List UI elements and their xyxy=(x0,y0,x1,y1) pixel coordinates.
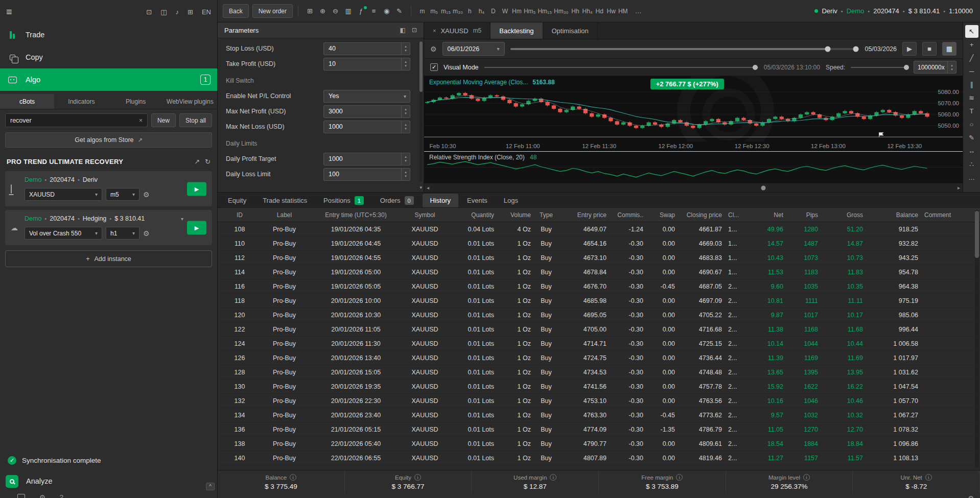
column-header-pips[interactable]: Pips xyxy=(783,211,818,219)
windows-layout-icon[interactable]: ◫ xyxy=(160,8,167,16)
timeframe-btn-14[interactable]: Hd xyxy=(594,5,605,18)
table-row[interactable]: 122Pro-Buy20/01/2026 11:05XAUUSD0.01 Lot… xyxy=(222,322,980,337)
symbol-select[interactable]: Vol over Crash 550 ▾ xyxy=(25,227,102,240)
info-icon[interactable]: i xyxy=(290,474,296,481)
timeframe-btn-9[interactable]: Hm₅ xyxy=(523,5,537,18)
scroll-right-icon[interactable]: ▸ xyxy=(958,185,960,191)
progress-handle[interactable] xyxy=(753,65,758,70)
zoom-in-icon[interactable]: ⊕ xyxy=(316,5,329,18)
sound-icon[interactable]: ♪ xyxy=(176,8,179,16)
parameters-scrollbar[interactable] xyxy=(419,41,423,182)
stepper-up-icon[interactable]: ▴ xyxy=(405,44,407,49)
new-order-button[interactable]: New order xyxy=(252,4,293,18)
bot-instance-card[interactable]: ☁ Demo • 2020474 • Hedging • $ 3 810.41 … xyxy=(5,210,212,245)
stepper-buttons[interactable]: ▴▾ xyxy=(401,169,410,180)
playback-progress-slider[interactable] xyxy=(484,62,758,73)
stepper-up-icon[interactable]: ▴ xyxy=(405,123,407,127)
stop-backtest-button[interactable]: ■ xyxy=(922,42,937,56)
column-header-closing-price[interactable]: Closing price xyxy=(675,211,722,219)
scrollbar-handle[interactable] xyxy=(761,185,766,190)
chart-layout-icon[interactable]: ⊞ xyxy=(304,5,316,18)
calendar-button[interactable]: ▦ xyxy=(942,42,956,56)
stepper-up-icon[interactable]: ▴ xyxy=(405,60,407,64)
end-date-label[interactable]: 05/03/2026 xyxy=(865,45,897,53)
info-icon[interactable]: i xyxy=(925,474,932,481)
visibility-icon[interactable]: ◉ xyxy=(380,5,393,18)
more-tools-icon[interactable]: … xyxy=(965,171,978,184)
fibonacci-tool-icon[interactable]: ≋ xyxy=(965,91,978,104)
timeframe-btn-5[interactable]: h₄ xyxy=(476,5,487,18)
column-header-symbol[interactable]: Symbol xyxy=(401,211,449,219)
monitor-icon[interactable] xyxy=(17,493,25,498)
stepper-down-icon[interactable]: ▾ xyxy=(405,174,407,178)
column-header-balance[interactable]: Balance xyxy=(863,211,918,219)
pattern-tool-icon[interactable]: ∴ xyxy=(965,158,978,171)
timeframe-btn-11[interactable]: Hm₃₀ xyxy=(553,5,570,18)
param-input-max-net-profit-usd[interactable]: 3000▴▾ xyxy=(323,105,410,118)
column-header-volume[interactable]: Volume xyxy=(494,211,531,219)
text-tool-icon[interactable]: T xyxy=(965,105,978,117)
bottom-tab-equity[interactable]: Equity xyxy=(220,194,254,207)
param-input-stop-loss-usd[interactable]: 40▴▾ xyxy=(323,42,410,55)
timeframe-select[interactable]: m5 ▾ xyxy=(106,188,139,201)
bottom-tab-history[interactable]: History xyxy=(423,194,458,207)
stepper-down-icon[interactable]: ▾ xyxy=(405,64,407,68)
column-header-comment[interactable]: Comment xyxy=(918,211,962,219)
sidebar-tab-webview-plugins[interactable]: WebView plugins xyxy=(163,94,217,109)
sidebar-item-analyze[interactable]: Analyze xyxy=(0,469,217,493)
start-instance-button[interactable]: ▶ xyxy=(187,182,206,196)
timeframe-btn-0[interactable]: m xyxy=(416,5,428,18)
speed-slider[interactable] xyxy=(851,62,908,73)
table-row[interactable]: 140Pro-Buy22/01/2026 06:55XAUUSD0.01 Lot… xyxy=(222,451,980,465)
table-row[interactable]: 118Pro-Buy20/01/2026 10:00XAUUSD0.01 Lot… xyxy=(222,294,980,308)
rsi-label[interactable]: Relative Strength Index (Close, 20) 48 xyxy=(429,154,536,161)
shapes-tool-icon[interactable]: ○ xyxy=(965,118,978,131)
table-row[interactable]: 120Pro-Buy20/01/2026 10:30XAUUSD0.01 Lot… xyxy=(222,308,980,322)
chart-tab-backtesting[interactable]: Backtesting xyxy=(491,22,543,39)
add-instance-button[interactable]: + Add instance xyxy=(5,250,212,267)
table-row[interactable]: 138Pro-Buy22/01/2026 05:40XAUUSD0.01 Lot… xyxy=(222,437,980,451)
table-row[interactable]: 130Pro-Buy20/01/2026 19:35XAUUSD0.01 Lot… xyxy=(222,380,980,394)
chart-horizontal-scrollbar[interactable]: ◂ ▸ xyxy=(424,183,963,192)
stepper-down-icon[interactable]: ▾ xyxy=(405,49,407,53)
range-handle[interactable] xyxy=(853,46,858,52)
timeframe-btn-6[interactable]: D xyxy=(487,5,499,18)
column-header-swap[interactable]: Swap xyxy=(643,211,675,219)
column-header-cl[interactable]: Cl... xyxy=(722,211,746,219)
channel-tool-icon[interactable]: ∥ xyxy=(965,78,978,91)
sidebar-item-algo[interactable]: Algo 1 xyxy=(0,68,217,91)
backtest-settings-icon[interactable]: ⚙ xyxy=(430,45,437,53)
indicator-overlay-label[interactable]: Exponential Moving Average (Clos... 5163… xyxy=(429,79,555,86)
column-header-quantity[interactable]: Quantity xyxy=(449,211,494,219)
instance-settings-icon[interactable]: ⚙ xyxy=(143,229,150,238)
table-row[interactable]: 110Pro-Buy19/01/2026 04:45XAUUSD0.01 Lot… xyxy=(222,236,980,251)
timeframe-btn-1[interactable]: m₅ xyxy=(428,5,440,18)
stepper-buttons[interactable]: ▴▾ xyxy=(401,153,410,165)
timeframe-btn-3[interactable]: m₃₀ xyxy=(452,5,464,18)
sidebar-tab-cbots[interactable]: cBots xyxy=(0,94,54,109)
scroll-left-icon[interactable]: ◂ xyxy=(427,185,429,191)
stop-all-button[interactable]: Stop all xyxy=(179,113,212,127)
timeframe-btn-15[interactable]: Hw xyxy=(605,5,617,18)
param-input-daily-profit-target[interactable]: 1000▴▾ xyxy=(323,153,410,165)
menu-icon[interactable]: ≡ xyxy=(6,6,18,18)
gear-icon[interactable]: ⚙ xyxy=(39,493,45,498)
collapse-panel-icon[interactable]: ◧ xyxy=(400,27,406,34)
stepper-buttons[interactable]: ▴▾ xyxy=(401,43,410,55)
timeframe-btn-4[interactable]: h xyxy=(464,5,476,18)
speed-handle[interactable] xyxy=(904,65,909,70)
candlestick-chart[interactable]: Exponential Moving Average (Clos... 5163… xyxy=(424,76,963,141)
chart-tab-xauusd[interactable]: ×XAUUSDm5 xyxy=(424,22,491,39)
instance-settings-icon[interactable]: ⚙ xyxy=(143,191,150,199)
settings-gear-icon[interactable]: ⚙ xyxy=(968,494,974,498)
stepper-buttons[interactable]: ▴▾ xyxy=(401,106,410,117)
bottom-tab-positions[interactable]: Positions1 xyxy=(316,194,371,207)
chevron-down-icon[interactable]: ▾ xyxy=(181,216,183,222)
horizontal-line-tool-icon[interactable]: ─ xyxy=(965,65,978,78)
info-icon[interactable]: i xyxy=(550,474,556,481)
chart-tab-optimisation[interactable]: Optimisation xyxy=(543,22,598,39)
timeframe-btn-7[interactable]: W xyxy=(499,5,511,18)
share-bot-icon[interactable]: ↗ xyxy=(194,158,200,165)
objects-icon[interactable]: ≡ xyxy=(367,5,380,18)
stepper-buttons[interactable]: ▴▾ xyxy=(401,58,410,70)
